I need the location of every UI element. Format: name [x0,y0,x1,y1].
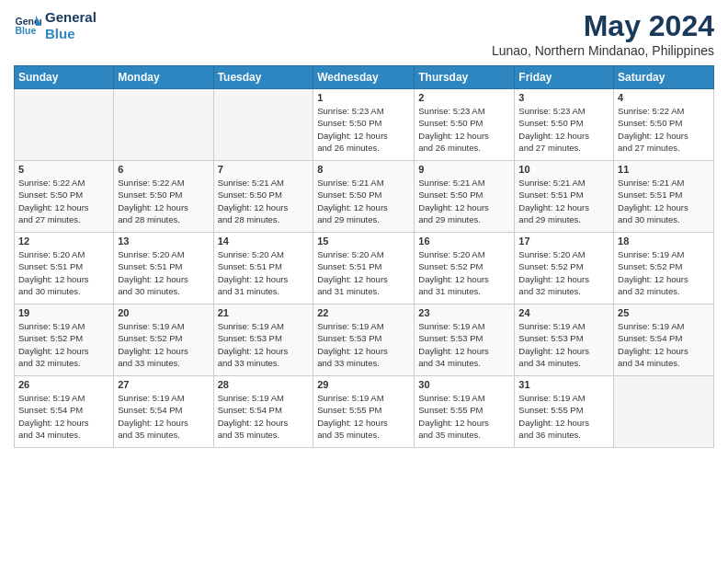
day-info: Sunrise: 5:19 AMSunset: 5:55 PMDaylight:… [317,392,410,441]
calendar-cell: 20Sunrise: 5:19 AMSunset: 5:52 PMDayligh… [114,304,213,376]
weekday-header: Wednesday [313,66,415,89]
day-number: 23 [418,307,510,318]
calendar-cell: 22Sunrise: 5:19 AMSunset: 5:53 PMDayligh… [313,304,415,376]
calendar-cell [15,89,114,161]
day-info: Sunrise: 5:20 AMSunset: 5:51 PMDaylight:… [18,248,109,297]
calendar-cell: 13Sunrise: 5:20 AMSunset: 5:51 PMDayligh… [114,233,213,304]
calendar-week-row: 5Sunrise: 5:22 AMSunset: 5:50 PMDaylight… [15,161,714,233]
calendar-cell: 4Sunrise: 5:22 AMSunset: 5:50 PMDaylight… [614,89,714,161]
day-number: 13 [118,236,209,247]
calendar-cell: 5Sunrise: 5:22 AMSunset: 5:50 PMDaylight… [15,161,114,233]
day-number: 27 [118,379,209,390]
weekday-header: Saturday [614,66,714,89]
calendar-week-row: 26Sunrise: 5:19 AMSunset: 5:54 PMDayligh… [15,376,714,448]
day-info: Sunrise: 5:19 AMSunset: 5:53 PMDaylight:… [218,320,310,369]
day-number: 26 [18,379,109,390]
calendar-cell [614,376,714,448]
day-info: Sunrise: 5:20 AMSunset: 5:51 PMDaylight:… [218,248,310,297]
calendar-cell [213,89,313,161]
day-info: Sunrise: 5:23 AMSunset: 5:50 PMDaylight:… [317,105,410,154]
day-number: 6 [118,164,209,175]
day-number: 15 [317,236,410,247]
day-number: 5 [18,164,109,175]
calendar-cell: 2Sunrise: 5:23 AMSunset: 5:50 PMDaylight… [415,89,515,161]
day-info: Sunrise: 5:21 AMSunset: 5:50 PMDaylight:… [218,177,310,225]
day-info: Sunrise: 5:20 AMSunset: 5:51 PMDaylight:… [317,248,410,297]
day-number: 11 [618,164,710,175]
calendar-cell: 30Sunrise: 5:19 AMSunset: 5:55 PMDayligh… [415,376,515,448]
weekday-header: Sunday [15,66,114,89]
day-number: 16 [418,236,510,247]
day-number: 9 [418,164,510,175]
calendar-cell [114,89,213,161]
day-number: 20 [118,307,209,318]
header: General Blue General Blue May 2024 Lunao… [14,9,714,58]
day-info: Sunrise: 5:22 AMSunset: 5:50 PMDaylight:… [118,177,209,225]
weekday-header: Friday [515,66,614,89]
day-info: Sunrise: 5:20 AMSunset: 5:52 PMDaylight:… [418,248,510,297]
calendar-cell: 1Sunrise: 5:23 AMSunset: 5:50 PMDaylight… [313,89,415,161]
calendar-cell: 11Sunrise: 5:21 AMSunset: 5:51 PMDayligh… [614,161,714,233]
logo-line2: Blue [45,26,97,42]
day-number: 28 [218,379,310,390]
calendar-cell: 16Sunrise: 5:20 AMSunset: 5:52 PMDayligh… [415,233,515,304]
weekday-header-row: SundayMondayTuesdayWednesdayThursdayFrid… [15,66,714,89]
day-info: Sunrise: 5:22 AMSunset: 5:50 PMDaylight:… [18,177,109,225]
calendar-cell: 3Sunrise: 5:23 AMSunset: 5:50 PMDaylight… [515,89,614,161]
title-block: May 2024 Lunao, Northern Mindanao, Phili… [492,9,714,58]
calendar-cell: 6Sunrise: 5:22 AMSunset: 5:50 PMDaylight… [114,161,213,233]
day-info: Sunrise: 5:19 AMSunset: 5:54 PMDaylight:… [118,392,209,441]
day-number: 30 [418,379,510,390]
day-number: 7 [218,164,310,175]
day-number: 8 [317,164,410,175]
day-info: Sunrise: 5:19 AMSunset: 5:53 PMDaylight:… [518,320,609,369]
day-number: 21 [218,307,310,318]
calendar-cell: 23Sunrise: 5:19 AMSunset: 5:53 PMDayligh… [415,304,515,376]
day-number: 18 [618,236,710,247]
logo-icon: General Blue [14,12,41,40]
day-number: 2 [418,92,510,103]
day-info: Sunrise: 5:19 AMSunset: 5:52 PMDaylight:… [18,320,109,369]
calendar-cell: 26Sunrise: 5:19 AMSunset: 5:54 PMDayligh… [15,376,114,448]
page: General Blue General Blue May 2024 Lunao… [0,0,728,563]
calendar-week-row: 1Sunrise: 5:23 AMSunset: 5:50 PMDaylight… [15,89,714,161]
day-number: 1 [317,92,410,103]
calendar-cell: 7Sunrise: 5:21 AMSunset: 5:50 PMDaylight… [213,161,313,233]
day-number: 29 [317,379,410,390]
day-info: Sunrise: 5:19 AMSunset: 5:54 PMDaylight:… [218,392,310,441]
calendar-cell: 9Sunrise: 5:21 AMSunset: 5:50 PMDaylight… [415,161,515,233]
calendar-cell: 29Sunrise: 5:19 AMSunset: 5:55 PMDayligh… [313,376,415,448]
day-info: Sunrise: 5:19 AMSunset: 5:52 PMDaylight:… [118,320,209,369]
day-info: Sunrise: 5:21 AMSunset: 5:50 PMDaylight:… [418,177,510,225]
calendar-week-row: 12Sunrise: 5:20 AMSunset: 5:51 PMDayligh… [15,233,714,304]
day-info: Sunrise: 5:20 AMSunset: 5:52 PMDaylight:… [518,248,609,297]
day-number: 14 [218,236,310,247]
day-info: Sunrise: 5:21 AMSunset: 5:50 PMDaylight:… [317,177,410,225]
day-info: Sunrise: 5:19 AMSunset: 5:53 PMDaylight:… [418,320,510,369]
weekday-header: Thursday [415,66,515,89]
calendar-cell: 24Sunrise: 5:19 AMSunset: 5:53 PMDayligh… [515,304,614,376]
day-info: Sunrise: 5:23 AMSunset: 5:50 PMDaylight:… [418,105,510,154]
calendar-cell: 12Sunrise: 5:20 AMSunset: 5:51 PMDayligh… [15,233,114,304]
weekday-header: Tuesday [213,66,313,89]
logo: General Blue General Blue [14,9,97,42]
calendar-cell: 19Sunrise: 5:19 AMSunset: 5:52 PMDayligh… [15,304,114,376]
day-number: 17 [518,236,609,247]
svg-text:Blue: Blue [16,25,37,36]
calendar-cell: 18Sunrise: 5:19 AMSunset: 5:52 PMDayligh… [614,233,714,304]
day-number: 12 [18,236,109,247]
day-info: Sunrise: 5:19 AMSunset: 5:54 PMDaylight:… [18,392,109,441]
day-number: 3 [518,92,609,103]
weekday-header: Monday [114,66,213,89]
day-info: Sunrise: 5:19 AMSunset: 5:55 PMDaylight:… [518,392,609,441]
day-info: Sunrise: 5:21 AMSunset: 5:51 PMDaylight:… [518,177,609,225]
day-number: 22 [317,307,410,318]
day-info: Sunrise: 5:19 AMSunset: 5:53 PMDaylight:… [317,320,410,369]
day-info: Sunrise: 5:19 AMSunset: 5:52 PMDaylight:… [618,248,710,297]
day-number: 24 [518,307,609,318]
month-title: May 2024 [492,9,714,43]
calendar-cell: 10Sunrise: 5:21 AMSunset: 5:51 PMDayligh… [515,161,614,233]
day-info: Sunrise: 5:19 AMSunset: 5:54 PMDaylight:… [618,320,710,369]
calendar-cell: 25Sunrise: 5:19 AMSunset: 5:54 PMDayligh… [614,304,714,376]
day-info: Sunrise: 5:22 AMSunset: 5:50 PMDaylight:… [618,105,710,154]
